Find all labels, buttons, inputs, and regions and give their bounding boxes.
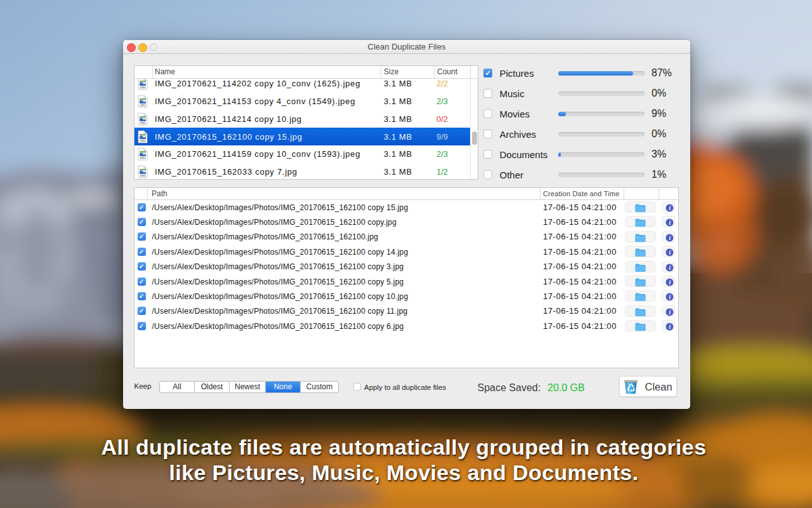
svg-text:JPEG: JPEG [140, 122, 146, 124]
svg-text:JPEG: JPEG [140, 175, 146, 178]
svg-text:i: i [669, 235, 671, 241]
svg-text:i: i [669, 250, 671, 256]
svg-text:i: i [669, 265, 671, 271]
svg-text:i: i [669, 220, 671, 226]
svg-text:JPEG: JPEG [140, 140, 146, 142]
svg-text:JPEG: JPEG [140, 86, 146, 89]
svg-text:i: i [669, 309, 671, 316]
svg-text:i: i [669, 294, 671, 300]
svg-text:i: i [669, 279, 671, 286]
svg-text:i: i [669, 324, 671, 330]
svg-text:JPEG: JPEG [140, 104, 146, 107]
svg-text:JPEG: JPEG [140, 157, 146, 160]
svg-text:i: i [669, 205, 671, 211]
